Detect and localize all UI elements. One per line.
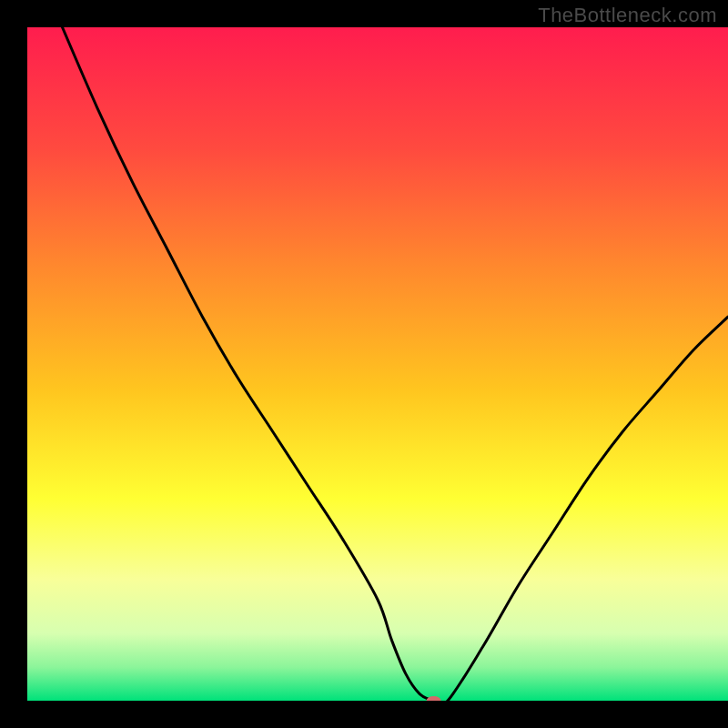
chart-svg: [0, 0, 728, 728]
watermark-label: TheBottleneck.com: [538, 4, 717, 27]
chart-container: TheBottleneck.com: [0, 0, 728, 728]
